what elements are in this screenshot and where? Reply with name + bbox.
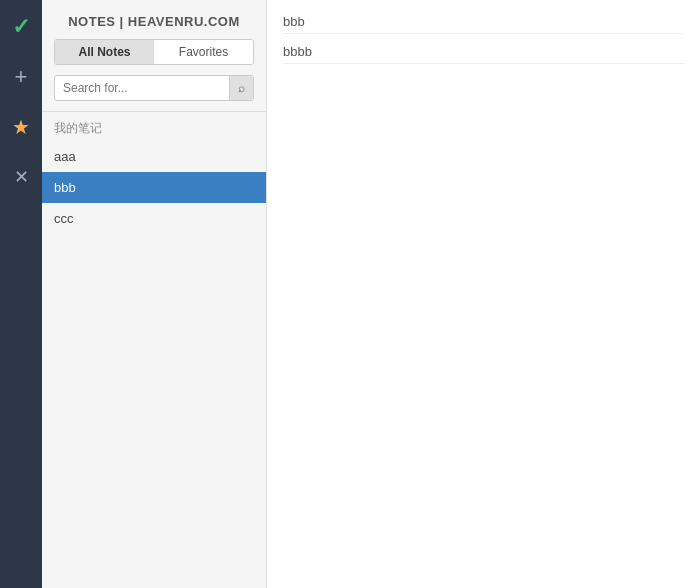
note-item-ccc[interactable]: ccc xyxy=(42,203,266,234)
group-label: 我的笔记 xyxy=(42,112,266,141)
add-icon[interactable]: + xyxy=(6,62,36,92)
note-item-aaa[interactable]: aaa xyxy=(42,141,266,172)
search-input[interactable] xyxy=(55,76,229,100)
star-icon[interactable]: ★ xyxy=(6,112,36,142)
content-line-1: bbb xyxy=(283,10,684,34)
notes-header: NOTES | HEAVENRU.COM All Notes Favorites… xyxy=(42,0,266,112)
tab-all-notes[interactable]: All Notes xyxy=(55,40,154,64)
close-icon[interactable]: ✕ xyxy=(6,162,36,192)
search-bar: ⌕ xyxy=(54,75,254,101)
sidebar: ✓ + ★ ✕ xyxy=(0,0,42,588)
note-item-bbb[interactable]: bbb xyxy=(42,172,266,203)
check-icon[interactable]: ✓ xyxy=(6,12,36,42)
search-button[interactable]: ⌕ xyxy=(229,76,253,100)
content-line-2: bbbb xyxy=(283,40,684,64)
notes-list: 我的笔记 aaa bbb ccc xyxy=(42,112,266,588)
main-content: bbb bbbb xyxy=(267,0,700,588)
tab-favorites[interactable]: Favorites xyxy=(154,40,253,64)
app-title: NOTES | HEAVENRU.COM xyxy=(54,14,254,29)
tab-bar: All Notes Favorites xyxy=(54,39,254,65)
notes-panel: NOTES | HEAVENRU.COM All Notes Favorites… xyxy=(42,0,267,588)
